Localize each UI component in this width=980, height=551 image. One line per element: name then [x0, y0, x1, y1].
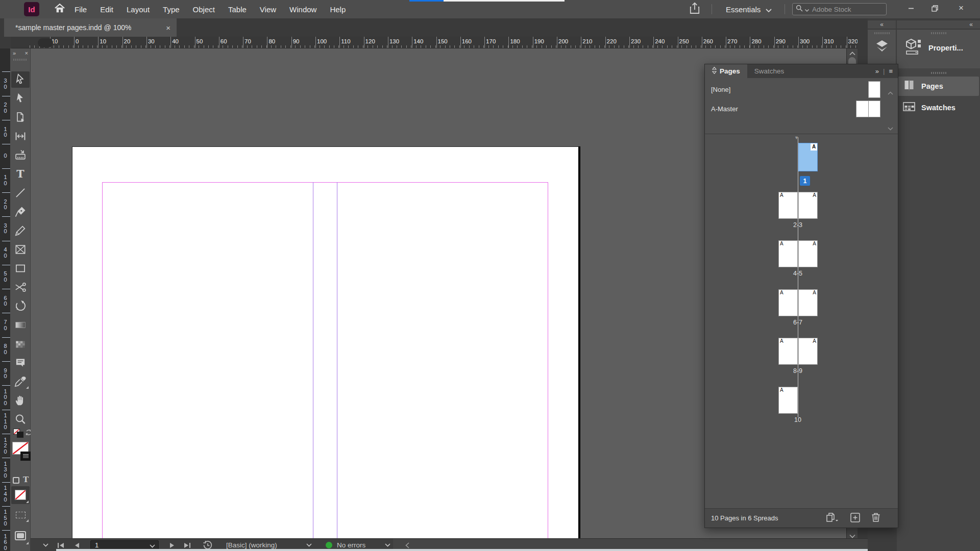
scissors-tool[interactable] — [11, 279, 30, 295]
spread-label-4-5[interactable]: 4-5 — [777, 270, 818, 277]
panel-section-divider[interactable] — [705, 134, 898, 134]
margin-guide-right[interactable] — [548, 182, 548, 538]
create-new-page-icon[interactable] — [850, 513, 860, 524]
menu-edit[interactable]: Edit — [93, 5, 120, 14]
page-thumbnail-3[interactable]: A — [798, 192, 818, 219]
frame-tool[interactable] — [11, 241, 30, 258]
document-tab[interactable]: *sample master pages.indd @ 100% × — [4, 18, 177, 37]
search-input[interactable] — [811, 5, 883, 14]
pencil-tool[interactable] — [11, 222, 30, 239]
page-thumbnail-10[interactable]: A — [778, 387, 798, 414]
masters-scroll-up-icon[interactable] — [888, 88, 893, 97]
menu-file[interactable]: File — [68, 5, 93, 14]
expand-panel-icon[interactable]: » — [13, 50, 16, 56]
zoom-tool[interactable] — [11, 411, 30, 428]
page-thumbnail-8[interactable]: A — [778, 338, 798, 365]
pen-tool[interactable] — [11, 204, 30, 220]
horizontal-ruler[interactable]: 1001020304050607080901001101201301401501… — [11, 37, 857, 48]
dock-grip[interactable] — [874, 32, 890, 34]
direct-selection-tool[interactable] — [11, 90, 30, 107]
selection-tool[interactable] — [11, 71, 30, 88]
dock-button-pages[interactable]: Pages — [898, 77, 979, 96]
master-a-thumbnail[interactable] — [856, 101, 880, 117]
scroll-down-icon[interactable] — [849, 531, 855, 538]
page-number-badge-1[interactable]: 1 — [800, 176, 810, 186]
column-guide-right[interactable] — [337, 182, 337, 538]
menu-help[interactable]: Help — [323, 5, 352, 14]
layers-panel-tile[interactable] — [868, 30, 896, 68]
menu-view[interactable]: View — [253, 5, 283, 14]
master-row-none[interactable]: [None] — [705, 80, 898, 99]
gap-tool[interactable] — [11, 128, 30, 144]
content-collector-tool[interactable] — [11, 147, 30, 163]
menu-object[interactable]: Object — [186, 5, 222, 14]
restore-button[interactable] — [923, 0, 946, 16]
spread-label-8-9[interactable]: 8-9 — [777, 367, 818, 374]
master-none-thumbnail[interactable] — [868, 81, 880, 98]
window-close-button[interactable]: × — [949, 0, 973, 16]
column-guide-left[interactable] — [313, 182, 313, 538]
tab-swatches[interactable]: Swatches — [747, 64, 792, 78]
page-tool[interactable] — [11, 109, 30, 126]
edit-page-size-icon[interactable] — [826, 512, 839, 524]
formatting-affects-container-button[interactable] — [13, 477, 19, 484]
collapse-panel-dock-button[interactable]: « — [897, 20, 980, 29]
dock-button-swatches[interactable]: Swatches — [898, 98, 979, 117]
collapse-icon-dock-button[interactable]: « — [868, 20, 896, 29]
spread-label-2-3[interactable]: 2-3 — [777, 221, 818, 229]
stroke-swatch[interactable] — [20, 452, 31, 461]
eyedropper-tool[interactable] — [11, 373, 30, 390]
home-button[interactable] — [51, 3, 68, 16]
properties-panel-tile[interactable]: Properti... — [897, 30, 980, 68]
page-thumbnail-7[interactable]: A — [798, 289, 818, 316]
masters-scroll-down-icon[interactable] — [888, 123, 893, 133]
status-chevron-icon[interactable] — [43, 539, 48, 551]
formatting-affects-text-button[interactable]: T — [23, 475, 29, 484]
menu-table[interactable]: Table — [222, 5, 253, 14]
panel-collapse-icon[interactable]: » — [875, 67, 879, 75]
close-panel-icon[interactable]: × — [25, 50, 28, 56]
minimize-button[interactable] — [899, 0, 923, 16]
mini-fill-stroke-proxy[interactable] — [13, 429, 24, 439]
type-tool[interactable]: T — [11, 166, 30, 182]
menu-window[interactable]: Window — [283, 5, 323, 14]
menu-type[interactable]: Type — [156, 5, 186, 14]
gradient-feather-tool[interactable] — [11, 336, 30, 352]
vertical-ruler[interactable]: 3 02 01 001 02 03 04 05 06 07 08 09 01 0… — [0, 48, 11, 551]
layers-icon[interactable] — [875, 39, 889, 55]
page-list-chevron-icon[interactable] — [150, 541, 155, 550]
note-tool[interactable] — [11, 355, 30, 371]
hand-tool[interactable] — [11, 392, 30, 409]
page-thumbnail-2[interactable]: A — [778, 192, 798, 219]
line-tool[interactable] — [11, 185, 30, 201]
properties-panel-label[interactable]: Properti... — [928, 44, 963, 52]
dock-grip[interactable] — [931, 32, 946, 34]
delete-page-icon[interactable] — [871, 512, 880, 524]
menu-layout[interactable]: Layout — [120, 5, 156, 14]
page-thumbnail-6[interactable]: A — [778, 289, 798, 316]
dock-grip[interactable] — [931, 72, 946, 74]
free-transform-tool[interactable] — [11, 298, 30, 314]
workspace-switcher[interactable]: Essentials — [719, 0, 779, 18]
spread-label-10[interactable]: 10 — [777, 416, 818, 423]
master-row-a-master[interactable]: A-Master — [705, 99, 898, 118]
page-thumbnail-5[interactable]: A — [798, 240, 818, 267]
apply-gradient-button[interactable] — [11, 508, 30, 523]
share-button[interactable] — [687, 3, 702, 15]
panel-menu-icon[interactable]: ≡ — [889, 67, 893, 75]
screen-mode-button[interactable] — [11, 527, 30, 545]
apply-none-button[interactable] — [11, 486, 30, 504]
page-thumbnail-4[interactable]: A — [778, 240, 798, 267]
tools-grip-handle[interactable] — [13, 59, 28, 61]
tab-pages[interactable]: Pages — [705, 64, 747, 78]
margin-guide-top[interactable] — [102, 182, 548, 183]
margin-guide-left[interactable] — [102, 182, 103, 538]
document-page[interactable] — [72, 146, 578, 538]
gradient-swatch-tool[interactable] — [11, 317, 30, 333]
page-thumbnail-9[interactable]: A — [798, 338, 818, 365]
adobe-stock-search[interactable] — [792, 3, 887, 15]
tab-close-icon[interactable]: × — [166, 23, 170, 32]
page-thumbnail-1[interactable]: A — [798, 143, 818, 171]
rectangle-tool[interactable] — [11, 260, 30, 277]
scroll-up-icon[interactable] — [849, 48, 855, 58]
